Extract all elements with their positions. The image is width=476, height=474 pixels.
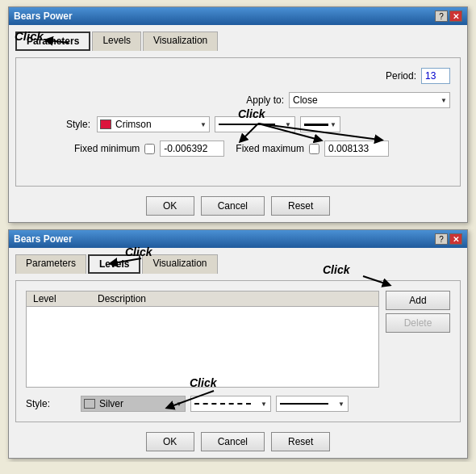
- color-select-wrapper-2[interactable]: Silver: [81, 396, 186, 412]
- tab-parameters-2[interactable]: Parameters: [15, 254, 86, 274]
- title-buttons-2: ? ✕: [435, 233, 462, 245]
- fixed-minmax-row: Fixed minimum Fixed maximum: [74, 141, 450, 157]
- levels-content: Level Description Style:: [15, 280, 461, 422]
- levels-table-wrapper: Level Description: [26, 291, 379, 388]
- help-button-1[interactable]: ?: [435, 10, 448, 22]
- close-button-1[interactable]: ✕: [449, 10, 462, 22]
- line-style-select-1[interactable]: [215, 116, 295, 132]
- dialog-body-1: Parameters Levels Visualization Period: …: [9, 25, 467, 222]
- style-row-2: Style: Silver: [26, 396, 379, 412]
- fixed-min-label: Fixed minimum: [74, 143, 140, 154]
- col-description-header: Description: [91, 292, 378, 307]
- title-bar-1: Bears Power ? ✕: [9, 7, 467, 25]
- line-width-select-1[interactable]: [300, 116, 340, 132]
- dashed-line-preview: [194, 403, 251, 405]
- ok-button-2[interactable]: OK: [146, 432, 194, 451]
- apply-to-select[interactable]: Close: [289, 92, 450, 108]
- tab-levels-1[interactable]: Levels: [92, 31, 141, 51]
- style-controls-1: Crimson: [97, 116, 340, 132]
- tab-bar-1: Parameters Levels Visualization: [15, 31, 461, 51]
- line-style-select-2[interactable]: [190, 396, 271, 412]
- reset-button-1[interactable]: Reset: [271, 196, 330, 216]
- line-preview-1: [219, 124, 275, 125]
- levels-layout: Level Description Style:: [26, 291, 450, 412]
- line-width-preview-2: [280, 403, 328, 405]
- dialog-body-2: Parameters Levels Visualization Level De…: [9, 248, 467, 458]
- color-select-wrapper-1[interactable]: Crimson: [97, 116, 210, 132]
- line-width-select-2[interactable]: [276, 396, 349, 412]
- cancel-button-2[interactable]: Cancel: [201, 432, 265, 451]
- title-buttons-1: ? ✕: [435, 10, 462, 22]
- add-button[interactable]: Add: [386, 291, 450, 310]
- levels-table: Level Description: [27, 292, 378, 307]
- line-width-preview-1: [304, 124, 328, 126]
- tab-visualization-2[interactable]: Visualization: [142, 254, 217, 274]
- style-controls-2: Silver: [81, 396, 349, 412]
- apply-to-label: Apply to:: [246, 94, 284, 106]
- help-button-2[interactable]: ?: [435, 233, 448, 245]
- button-row-1: OK Cancel Reset: [15, 196, 461, 216]
- levels-right-panel: Add Delete: [386, 291, 450, 412]
- fixed-min-input[interactable]: [160, 141, 224, 157]
- cancel-button-1[interactable]: Cancel: [201, 196, 265, 216]
- tab-bar-2: Parameters Levels Visualization: [15, 254, 461, 274]
- parameters-content: Period: Apply to: Close Style:: [15, 57, 461, 187]
- title-text-2: Bears Power: [14, 233, 73, 245]
- close-button-2[interactable]: ✕: [449, 233, 462, 245]
- fixed-min-checkbox[interactable]: [144, 144, 155, 154]
- delete-button[interactable]: Delete: [386, 313, 450, 333]
- period-row: Period:: [26, 68, 450, 84]
- apply-to-select-wrapper[interactable]: Close: [289, 92, 450, 108]
- fixed-max-checkbox[interactable]: [309, 144, 319, 154]
- title-text-1: Bears Power: [14, 10, 73, 22]
- style-label-1: Style:: [26, 119, 90, 130]
- period-label: Period:: [386, 70, 416, 82]
- tab-parameters-1[interactable]: Parameters: [15, 31, 90, 51]
- title-bar-2: Bears Power ? ✕: [9, 230, 467, 248]
- reset-button-2[interactable]: Reset: [271, 432, 330, 451]
- fixed-max-label: Fixed maximum: [236, 143, 304, 154]
- color-select-1[interactable]: Crimson: [97, 116, 210, 132]
- fixed-max-input[interactable]: [324, 141, 389, 157]
- button-row-2: OK Cancel Reset: [15, 432, 461, 451]
- style-label-2: Style:: [26, 398, 74, 409]
- levels-left-panel: Level Description Style:: [26, 291, 379, 412]
- col-level-header: Level: [27, 292, 91, 307]
- tab-visualization-1[interactable]: Visualization: [143, 31, 218, 51]
- style-row-1: Style: Crimson: [26, 116, 450, 132]
- apply-to-row: Apply to: Close: [26, 92, 450, 108]
- period-input[interactable]: [421, 68, 450, 84]
- tab-levels-2[interactable]: Levels: [88, 254, 140, 274]
- color-select-2[interactable]: Silver: [81, 396, 186, 412]
- ok-button-1[interactable]: OK: [146, 196, 194, 216]
